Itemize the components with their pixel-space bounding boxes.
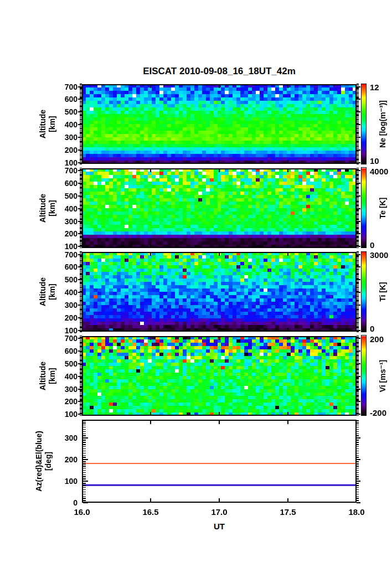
tick-mark xyxy=(357,310,359,311)
tick-mark xyxy=(80,411,82,412)
tick-mark xyxy=(357,341,359,342)
tick-mark xyxy=(80,303,82,305)
tick-mark xyxy=(80,310,82,311)
tick-mark xyxy=(357,352,359,353)
tick-mark xyxy=(80,403,82,404)
tick-mark xyxy=(80,239,82,240)
tick-mark xyxy=(357,198,359,199)
tick-mark xyxy=(80,341,82,342)
tick-mark xyxy=(80,97,82,99)
tick-mark xyxy=(357,272,359,273)
tick-mark xyxy=(80,336,82,337)
tick-mark xyxy=(80,199,82,200)
tick-mark xyxy=(80,173,82,174)
ne-frame xyxy=(82,84,357,164)
tick-mark xyxy=(80,142,82,143)
tick-mark xyxy=(80,143,82,145)
tick-mark xyxy=(357,97,359,99)
tick-mark xyxy=(357,324,359,325)
tick-mark xyxy=(357,354,359,355)
tick-mark xyxy=(357,367,359,368)
tick-mark xyxy=(357,212,359,213)
tick-mark xyxy=(357,297,359,298)
tick-mark xyxy=(357,366,359,367)
tick-mark xyxy=(80,391,82,392)
tick-mark xyxy=(357,358,359,359)
tick-mark xyxy=(80,348,82,349)
tick-mark xyxy=(80,95,82,96)
tick-mark xyxy=(80,313,82,314)
tick-mark xyxy=(80,386,82,387)
tick-mark xyxy=(357,390,359,391)
tick-mark xyxy=(357,245,359,246)
tick-mark xyxy=(357,268,359,269)
ti-colorbar-max: 3000 xyxy=(370,250,392,260)
tick-mark xyxy=(80,198,82,199)
y-tick-label: 200 xyxy=(53,146,78,154)
tick-mark xyxy=(80,297,82,298)
tick-mark xyxy=(357,225,359,226)
tick-mark xyxy=(357,357,359,358)
tick-mark xyxy=(357,168,359,169)
tick-mark xyxy=(357,180,359,182)
tick-mark xyxy=(80,84,82,85)
tick-mark xyxy=(80,385,82,386)
x-tick-label: 17.5 xyxy=(274,507,302,517)
tick-mark xyxy=(287,169,288,172)
tick-mark xyxy=(80,121,82,122)
tick-mark xyxy=(357,226,359,227)
tick-mark xyxy=(83,448,86,450)
tick-mark xyxy=(80,231,82,232)
tick-mark xyxy=(80,189,82,190)
tick-mark xyxy=(357,412,359,414)
tick-mark xyxy=(80,131,82,132)
tick-mark xyxy=(357,222,359,223)
tick-mark xyxy=(357,241,359,242)
tick-mark xyxy=(357,146,359,147)
tick-mark xyxy=(357,437,360,439)
tick-mark xyxy=(80,235,82,236)
tick-mark xyxy=(80,393,82,394)
tick-mark xyxy=(80,172,82,173)
tick-mark xyxy=(357,455,359,456)
tick-mark xyxy=(150,85,151,88)
tick-mark xyxy=(80,205,82,207)
tick-mark xyxy=(80,243,82,244)
tick-mark xyxy=(357,178,359,179)
tick-mark xyxy=(357,281,359,282)
tick-mark xyxy=(80,312,82,313)
tick-mark xyxy=(357,145,359,146)
tick-mark xyxy=(80,290,82,291)
tick-mark xyxy=(357,360,359,362)
tick-mark xyxy=(80,282,82,283)
y-tick-label: 300 xyxy=(53,217,78,226)
y-tick-label: 600 xyxy=(53,347,78,355)
tick-mark xyxy=(80,316,82,317)
tick-mark xyxy=(83,457,86,458)
tick-mark xyxy=(357,427,359,428)
tick-mark xyxy=(357,153,359,154)
tick-mark xyxy=(357,312,359,313)
tick-mark xyxy=(357,331,359,332)
tick-mark xyxy=(357,409,359,410)
tick-mark xyxy=(357,311,359,312)
tick-mark xyxy=(80,293,82,295)
tick-mark xyxy=(357,192,359,193)
tick-mark xyxy=(83,429,86,430)
tick-mark xyxy=(357,282,359,283)
tick-mark xyxy=(357,348,359,349)
tick-mark xyxy=(357,103,359,104)
tick-mark xyxy=(80,286,82,287)
tick-mark xyxy=(357,173,359,174)
tick-mark xyxy=(357,483,359,484)
tick-mark xyxy=(80,404,82,405)
tick-mark xyxy=(80,226,82,227)
tick-mark xyxy=(357,151,359,152)
tick-mark xyxy=(357,127,359,128)
tick-mark xyxy=(80,384,82,385)
tick-mark xyxy=(357,123,359,124)
tick-mark xyxy=(83,451,86,452)
tick-mark xyxy=(357,431,359,432)
tick-mark xyxy=(357,94,359,95)
tick-mark xyxy=(357,185,359,187)
